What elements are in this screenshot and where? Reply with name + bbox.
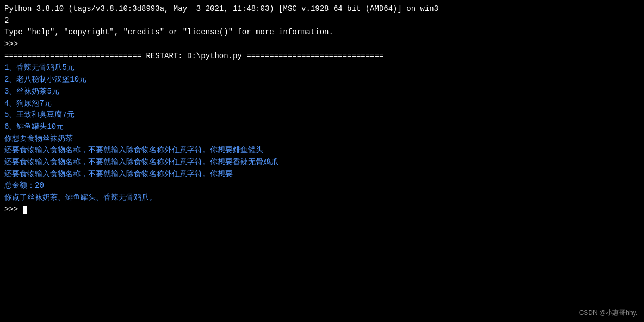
output-line-5: 总金额：20 [4, 180, 640, 192]
restart-line: ============================== RESTART: … [4, 51, 640, 63]
python-version-line1: Python 3.8.10 (tags/v3.8.10:3d8993a, May… [4, 3, 640, 15]
output-line-3: 还要食物输入食物名称，不要就输入除食物名称外任意字符。你想要香辣无骨鸡爪 [4, 157, 640, 169]
output-line-2: 还要食物输入食物名称，不要就输入除食物名称外任意字符。你想要鲱鱼罐头 [4, 145, 640, 157]
menu-item-3: 3、丝袜奶茶5元 [4, 86, 640, 98]
output-line-6: 你点了丝袜奶茶、鲱鱼罐头、香辣无骨鸡爪。 [4, 192, 640, 204]
watermark: CSDN @小惠哥hhy. [579, 308, 637, 318]
menu-item-2: 2、老八秘制小汉堡10元 [4, 74, 640, 86]
cursor-block [23, 206, 27, 214]
terminal-window: Python 3.8.10 (tags/v3.8.10:3d8993a, May… [0, 0, 644, 322]
menu-item-1: 1、香辣无骨鸡爪5元 [4, 62, 640, 74]
python-version-line2: 2 [4, 15, 640, 27]
final-prompt-line[interactable]: >>> [4, 204, 640, 216]
initial-prompt: >>> [4, 39, 640, 51]
menu-item-4: 4、狗尿泡7元 [4, 98, 640, 110]
output-line-4: 还要食物输入食物名称，不要就输入除食物名称外任意字符。你想要 [4, 169, 640, 181]
menu-item-5: 5、王致和臭豆腐7元 [4, 109, 640, 121]
menu-item-6: 6、鲱鱼罐头10元 [4, 121, 640, 133]
prompt-text: >>> [4, 205, 23, 214]
output-line-1: 你想要食物丝袜奶茶 [4, 133, 640, 145]
python-info-line: Type "help", "copyright", "credits" or "… [4, 27, 640, 39]
